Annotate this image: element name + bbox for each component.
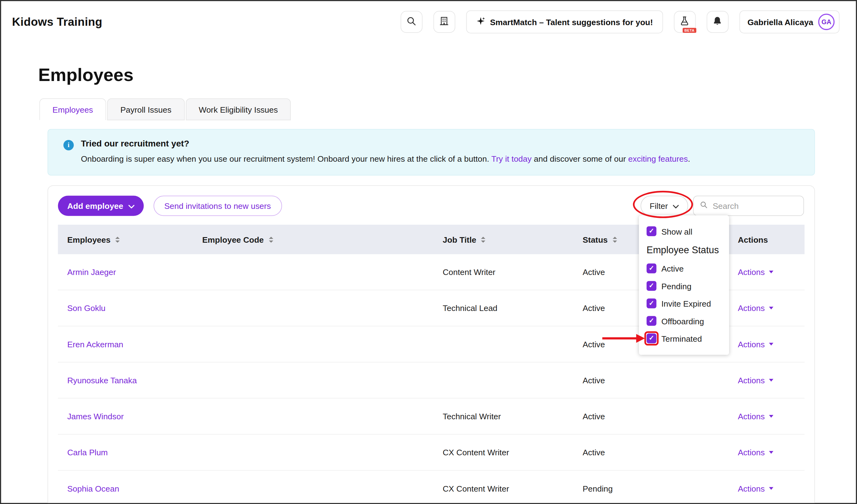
table-row: Carla Plum CX Content Writer Active Acti…	[58, 435, 805, 471]
chevron-down-icon	[128, 201, 134, 211]
employee-name-link[interactable]: Carla Plum	[67, 448, 108, 457]
search-icon	[406, 16, 416, 28]
info-icon: i	[63, 140, 73, 150]
table-row: Ryunosuke Tanaka Active Actions	[58, 363, 805, 399]
company-button[interactable]	[433, 11, 455, 33]
column-header-employees: Employees	[58, 235, 193, 244]
status-cell: Active	[573, 376, 728, 385]
page-title: Employees	[38, 65, 813, 85]
job-title-cell: CX Content Writer	[434, 448, 573, 457]
try-it-today-link[interactable]: Try it today	[491, 154, 532, 164]
filter-option-terminated[interactable]: Terminated	[639, 330, 729, 347]
chevron-down-icon	[673, 201, 678, 211]
job-title-cell: Technical Lead	[434, 303, 573, 313]
chevron-down-icon	[769, 307, 774, 310]
checkbox-checked[interactable]	[646, 316, 657, 326]
user-menu[interactable]: Gabriella Alicaya GA	[739, 10, 840, 33]
checkbox-checked[interactable]	[646, 281, 657, 291]
add-employee-button[interactable]: Add employee	[58, 196, 144, 216]
search-button[interactable]	[400, 11, 422, 33]
banner-body: Onboarding is super easy when you use ou…	[81, 154, 690, 165]
send-invitations-button[interactable]: Send invitations to new users	[153, 196, 282, 216]
checkbox-checked[interactable]	[646, 334, 657, 343]
add-employee-label: Add employee	[67, 201, 123, 211]
banner-text: Tried our recruitment yet? Onboarding is…	[81, 139, 690, 165]
column-header-actions: Actions	[728, 235, 805, 244]
banner-title: Tried our recruitment yet?	[81, 139, 690, 149]
notifications-button[interactable]	[706, 11, 728, 33]
filter-option-label: Pending	[661, 282, 691, 291]
top-bar: Kidows Training SmartMatch – Talent sugg…	[1, 1, 856, 43]
sort-icon[interactable]	[612, 237, 617, 242]
avatar: GA	[818, 14, 835, 30]
filter-option-label: Offboarding	[661, 316, 704, 325]
chevron-down-icon	[769, 415, 774, 418]
filter-dropdown: Show all Employee Status Active Pending …	[639, 215, 729, 355]
status-cell: Active	[573, 412, 728, 421]
filter-option-label: Terminated	[661, 334, 702, 343]
app-root: Kidows Training SmartMatch – Talent sugg…	[0, 0, 857, 504]
building-icon	[439, 16, 449, 28]
column-header-job-title: Job Title	[434, 235, 573, 244]
chevron-down-icon	[769, 271, 774, 273]
employee-name-link[interactable]: Son Goklu	[67, 303, 105, 313]
filter-option-pending[interactable]: Pending	[639, 278, 729, 295]
checkbox-checked[interactable]	[646, 226, 657, 236]
filter-button[interactable]: Filter	[640, 196, 688, 216]
labs-button[interactable]: BETA	[674, 11, 695, 33]
topbar-actions: SmartMatch – Talent suggestions for you!…	[400, 10, 839, 33]
employee-name-link[interactable]: Ryunosuke Tanaka	[67, 376, 137, 385]
flask-icon	[679, 16, 690, 28]
bell-icon	[712, 16, 722, 28]
employee-name-link[interactable]: Eren Ackerman	[67, 339, 123, 349]
employee-name-link[interactable]: Armin Jaeger	[67, 268, 116, 277]
exciting-features-link[interactable]: exciting features	[628, 154, 688, 164]
table-toolbar: Add employee Send invitations to new use…	[48, 196, 814, 216]
smartmatch-button[interactable]: SmartMatch – Talent suggestions for you!	[466, 10, 663, 33]
table-row: Sophia Ocean CX Content Writer Pending A…	[58, 471, 805, 504]
banner-body-text-1: Onboarding is super easy when you use ou…	[81, 154, 491, 164]
chevron-down-icon	[769, 343, 774, 346]
filter-option-active[interactable]: Active	[639, 260, 729, 277]
chevron-down-icon	[769, 379, 774, 382]
filter-section-title: Employee Status	[639, 240, 729, 260]
beta-badge: BETA	[683, 28, 696, 33]
filter-option-show-all[interactable]: Show all	[639, 222, 729, 240]
status-cell: Active	[573, 448, 728, 457]
row-actions-button[interactable]: Actions	[738, 412, 774, 421]
chevron-down-icon	[769, 487, 774, 490]
job-title-cell: Content Writer	[434, 268, 573, 277]
search-input[interactable]	[711, 201, 797, 211]
sort-icon[interactable]	[115, 237, 120, 242]
checkbox-checked[interactable]	[646, 264, 657, 273]
row-actions-button[interactable]: Actions	[738, 303, 774, 313]
job-title-cell: CX Content Writer	[434, 484, 573, 493]
sort-icon[interactable]	[481, 237, 486, 242]
search-field-wrap	[693, 196, 804, 216]
filter-label: Filter	[650, 201, 668, 211]
user-name: Gabriella Alicaya	[747, 17, 813, 27]
tab-employees[interactable]: Employees	[39, 98, 106, 120]
tab-bar: Employees Payroll Issues Work Eligibilit…	[39, 98, 813, 120]
row-actions-button[interactable]: Actions	[738, 339, 774, 349]
recruitment-banner: i Tried our recruitment yet? Onboarding …	[48, 129, 815, 176]
row-actions-button[interactable]: Actions	[738, 376, 774, 385]
employee-name-link[interactable]: Sophia Ocean	[67, 484, 119, 493]
filter-option-label: Invite Expired	[661, 299, 711, 308]
sparkle-icon	[476, 16, 485, 27]
tab-payroll-issues[interactable]: Payroll Issues	[107, 98, 185, 120]
column-header-employee-code: Employee Code	[193, 235, 434, 244]
row-actions-button[interactable]: Actions	[738, 268, 774, 277]
sort-icon[interactable]	[269, 237, 273, 242]
employee-name-link[interactable]: James Windsor	[67, 412, 124, 421]
status-cell: Pending	[573, 484, 728, 493]
filter-option-invite-expired[interactable]: Invite Expired	[639, 295, 729, 312]
filter-option-offboarding[interactable]: Offboarding	[639, 312, 729, 330]
row-actions-button[interactable]: Actions	[738, 484, 774, 493]
smartmatch-label: SmartMatch – Talent suggestions for you!	[490, 17, 653, 27]
banner-body-text-2: and discover some of our	[532, 154, 628, 164]
row-actions-button[interactable]: Actions	[738, 448, 774, 457]
checkbox-checked[interactable]	[646, 299, 657, 308]
tab-work-eligibility-issues[interactable]: Work Eligibility Issues	[186, 98, 291, 120]
main-content: Employees Employees Payroll Issues Work …	[1, 65, 856, 504]
